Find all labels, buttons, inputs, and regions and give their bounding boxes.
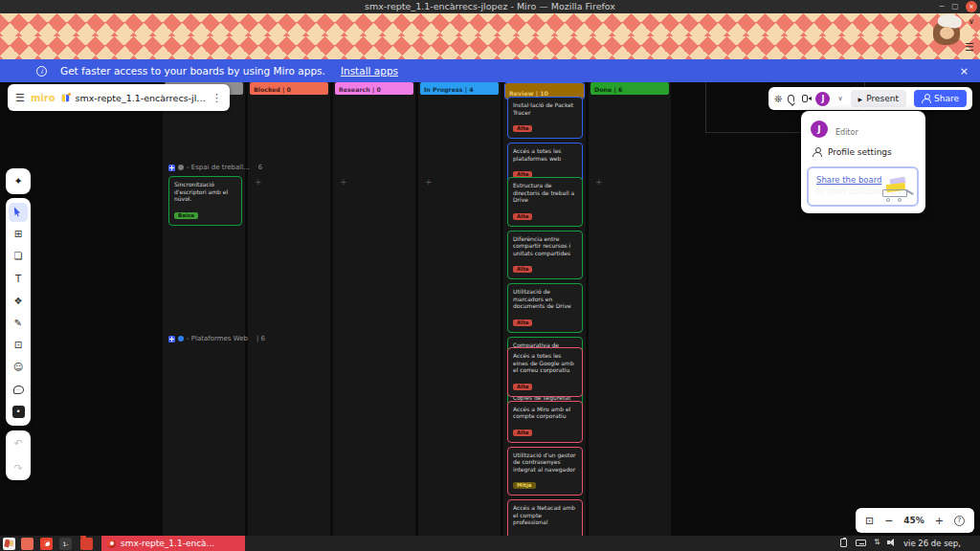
- task-card[interactable]: Instal·lació de Packet Tracer Alta: [507, 97, 583, 139]
- task-card[interactable]: Accés a totes les eines de Google amb el…: [507, 347, 583, 397]
- shapes-tool[interactable]: ❖: [9, 291, 28, 310]
- task-card[interactable]: Utilització d'un gestor de contrasenyes …: [507, 447, 583, 496]
- task-card[interactable]: Diferència entre compartir recursos i un…: [507, 231, 583, 280]
- clipboard-indicator-icon[interactable]: [840, 539, 847, 547]
- globe-icon: [178, 336, 184, 342]
- card-tag: Alta: [513, 430, 532, 436]
- history-pill: ↶ ↷: [6, 430, 31, 480]
- install-apps-link[interactable]: Install apps: [341, 65, 398, 77]
- add-card-icon[interactable]: +: [255, 178, 262, 187]
- card-title: Accés a Netacad amb el compte profession…: [513, 504, 577, 526]
- fit-to-screen-icon[interactable]: ⊡: [865, 515, 874, 527]
- add-card-icon[interactable]: +: [595, 178, 603, 187]
- board-icon: [61, 94, 70, 102]
- card-title: Utilització de marcadors en documents de…: [513, 288, 577, 310]
- app-launcher-icon[interactable]: [3, 538, 15, 550]
- firefox-icon: [107, 540, 116, 548]
- frame-grid-icon: [168, 336, 175, 342]
- task-card[interactable]: Estructura de directoris de treball a Dr…: [507, 177, 583, 227]
- video-chat-icon[interactable]: [802, 95, 809, 102]
- present-button[interactable]: ▶ Present: [851, 90, 906, 107]
- kanban-column: [333, 82, 415, 536]
- card-tag: Mitjà: [513, 482, 536, 489]
- comment-tool[interactable]: ⋯: [9, 380, 28, 399]
- column-header-blocked[interactable]: Blocked | 0: [250, 82, 328, 95]
- files-icon[interactable]: [80, 538, 93, 550]
- system-taskbar: 1- smx-repte_1.1-encà... ⇅ vie 26 de sep…: [0, 536, 980, 551]
- person-icon: [813, 147, 821, 157]
- card-title: Accés a Miro amb el compte corporatiu: [513, 406, 577, 420]
- zoom-level[interactable]: 45%: [903, 516, 924, 525]
- profile-settings-item[interactable]: Profile settings: [813, 147, 892, 157]
- person-icon: [922, 94, 930, 103]
- banner-text: Get faster access to your boards by usin…: [60, 65, 325, 77]
- share-button[interactable]: Share: [914, 90, 967, 107]
- ai-sparkle-icon[interactable]: ✦: [13, 175, 22, 187]
- main-menu-icon[interactable]: ☰: [15, 92, 25, 104]
- window-title: smx-repte_1.1-encàrrecs-jlopez - Miro — …: [0, 0, 980, 13]
- sticky-note-tool[interactable]: ❏: [9, 247, 28, 266]
- zoom-out-button[interactable]: −: [884, 515, 893, 527]
- card-tag: Alta: [513, 125, 532, 132]
- volume-icon[interactable]: [887, 539, 897, 546]
- pinned-app-icon[interactable]: [21, 538, 33, 550]
- add-card-icon[interactable]: +: [425, 178, 433, 187]
- miro-logo[interactable]: miro: [31, 93, 56, 103]
- banner-close-icon[interactable]: ×: [960, 65, 969, 77]
- frame-grid-icon: [168, 165, 175, 171]
- collab-toolbar: ❊ J ∨ ▶ Present Share: [768, 87, 972, 110]
- card-tag: Alta: [513, 213, 532, 220]
- undo-icon[interactable]: ↶: [13, 437, 22, 450]
- column-header-research[interactable]: Research | 0: [335, 82, 413, 95]
- add-card-icon[interactable]: +: [340, 178, 347, 187]
- workspace-indicator[interactable]: 1-: [59, 538, 72, 550]
- profile-dropdown: J Editor Profile settings Share the boar…: [801, 111, 925, 213]
- cart-illustration: [880, 177, 913, 202]
- share-board-callout: Share the board to start collaborating.: [807, 166, 919, 207]
- list-tabs-icon[interactable]: ∨: [969, 17, 974, 26]
- board-title[interactable]: smx-repte_1.1-encàrrecs-jlopez: [76, 93, 206, 103]
- user-avatar: J: [811, 121, 828, 138]
- board-more-icon[interactable]: ⋮: [212, 92, 222, 104]
- card-title: Instal·lació de Packet Tracer: [513, 101, 577, 116]
- browser-menu-icon[interactable]: ☰: [965, 41, 974, 54]
- task-card[interactable]: Sincronització d'escriptori amb el núvol…: [168, 176, 242, 226]
- text-tool[interactable]: T: [9, 269, 28, 288]
- kanban-column: [248, 82, 330, 536]
- share-board-link[interactable]: Share the board: [816, 175, 881, 185]
- frame-title-plataformes[interactable]: - Plataformes Web | 6: [168, 335, 265, 342]
- info-icon: i: [36, 66, 47, 77]
- templates-tool[interactable]: ⊞: [9, 225, 28, 244]
- browser-tabbar: [0, 13, 980, 36]
- pen-tool[interactable]: ✎: [9, 314, 28, 333]
- network-icon[interactable]: ⇅: [874, 539, 880, 546]
- frame-badge-icon: [178, 165, 184, 170]
- column-header-inprogress[interactable]: In Progress | 4: [420, 82, 499, 95]
- card-tag: Alta: [513, 384, 532, 390]
- user-avatar[interactable]: J: [815, 92, 830, 106]
- maximize-button[interactable]: ▢: [949, 1, 961, 12]
- close-button[interactable]: ×: [966, 1, 977, 12]
- firefox-icon[interactable]: [40, 538, 53, 550]
- stamp-tool[interactable]: ☺: [9, 358, 28, 377]
- active-window-button[interactable]: smx-repte_1.1-encà...: [101, 536, 245, 551]
- frame-tool[interactable]: ⊡: [9, 336, 28, 355]
- clock[interactable]: vie 26 de sep, 08:40: [903, 536, 980, 551]
- task-card[interactable]: Utilització de marcadors en documents de…: [507, 283, 583, 333]
- card-tag: Baixa: [174, 212, 198, 219]
- redo-icon[interactable]: ↷: [13, 462, 22, 474]
- task-card[interactable]: Accés a Miro amb el compte corporatiu Al…: [507, 401, 583, 443]
- keyboard-layout-icon[interactable]: [856, 539, 866, 546]
- help-icon[interactable]: ?: [954, 516, 965, 526]
- column-header-done[interactable]: Done | 6: [590, 82, 669, 95]
- minimize-button[interactable]: −: [936, 1, 947, 12]
- reactions-icon[interactable]: ❊: [774, 94, 780, 104]
- comments-icon[interactable]: [788, 95, 793, 103]
- user-role-label: Editor: [835, 128, 858, 137]
- miro-apps-banner: i Get faster access to your boards by us…: [0, 59, 980, 82]
- chevron-down-icon[interactable]: ∨: [837, 95, 842, 102]
- select-tool[interactable]: [9, 203, 28, 222]
- apps-tool[interactable]: •: [9, 402, 28, 421]
- frame-title-workspace[interactable]: - Espai de treball... 6: [168, 164, 262, 171]
- zoom-in-button[interactable]: +: [935, 515, 944, 527]
